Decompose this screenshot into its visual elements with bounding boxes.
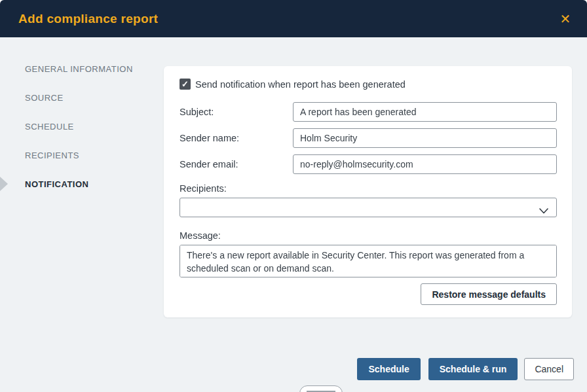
sidebar-item-schedule[interactable]: SCHEDULE xyxy=(0,112,164,141)
send-notification-checkbox[interactable]: ✓ xyxy=(180,79,191,90)
schedule-and-run-button[interactable]: Schedule & run xyxy=(428,358,518,380)
sender-name-input[interactable] xyxy=(293,128,557,148)
sidebar-item-recipients[interactable]: RECIPIENTS xyxy=(0,141,164,169)
sidebar-item-label: RECIPIENTS xyxy=(25,151,79,160)
check-icon: ✓ xyxy=(181,80,189,88)
sidebar-item-notification[interactable]: NOTIFICATION xyxy=(0,169,164,198)
sidebar-item-source[interactable]: SOURCE xyxy=(0,83,164,112)
modal-header: Add compliance report ✕ xyxy=(0,0,587,37)
sender-email-label: Sender email: xyxy=(180,159,293,169)
chevron-down-icon xyxy=(539,205,548,217)
close-icon[interactable]: ✕ xyxy=(556,9,575,29)
restore-row: Restore message defaults xyxy=(180,283,557,305)
schedule-button[interactable]: Schedule xyxy=(357,358,420,380)
sidebar-item-label: GENERAL INFORMATION xyxy=(25,64,133,74)
recipients-select[interactable] xyxy=(180,198,557,217)
cancel-button[interactable]: Cancel xyxy=(524,358,574,380)
send-notification-row: ✓ Send notification when report has been… xyxy=(180,79,557,90)
restore-message-defaults-button[interactable]: Restore message defaults xyxy=(421,283,557,305)
sender-name-row: Sender name: xyxy=(180,128,557,148)
modal-title: Add compliance report xyxy=(18,12,158,26)
sidebar-item-label: NOTIFICATION xyxy=(25,179,88,189)
bottom-partial-button[interactable] xyxy=(299,385,343,392)
recipients-label: Recipients: xyxy=(180,183,557,194)
sender-email-row: Sender email: xyxy=(180,154,557,174)
wizard-steps-sidebar: GENERAL INFORMATION SOURCE SCHEDULE RECI… xyxy=(0,37,164,198)
subject-input[interactable] xyxy=(293,102,557,122)
footer-actions: Schedule Schedule & run Cancel xyxy=(357,358,574,380)
add-compliance-report-modal: Add compliance report ✕ GENERAL INFORMAT… xyxy=(0,0,587,392)
active-item-arrow-icon xyxy=(0,177,8,191)
sidebar-item-general-information[interactable]: GENERAL INFORMATION xyxy=(0,54,164,83)
sender-name-label: Sender name: xyxy=(180,133,293,143)
sender-email-input[interactable] xyxy=(293,154,557,174)
subject-row: Subject: xyxy=(180,102,557,122)
send-notification-label: Send notification when report has been g… xyxy=(195,79,406,90)
notification-form-card: ✓ Send notification when report has been… xyxy=(164,66,572,317)
message-textarea[interactable]: There's a new report available in Securi… xyxy=(180,245,557,277)
sidebar-item-label: SCHEDULE xyxy=(25,122,74,132)
message-label: Message: xyxy=(180,230,557,241)
sidebar-item-label: SOURCE xyxy=(25,93,64,103)
subject-label: Subject: xyxy=(180,107,293,117)
